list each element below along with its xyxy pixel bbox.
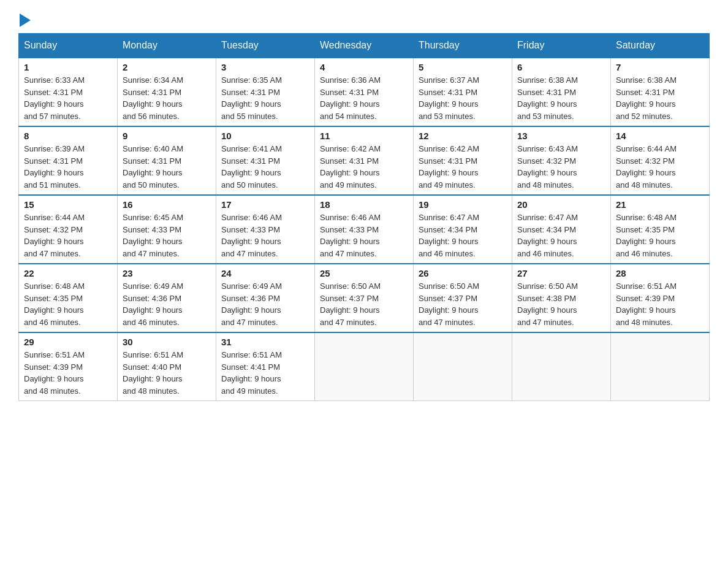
day-number: 15 [24,199,112,210]
calendar-cell: 12 Sunrise: 6:42 AM Sunset: 4:31 PM Dayl… [414,126,512,195]
day-info: Sunrise: 6:51 AM Sunset: 4:39 PM Dayligh… [24,349,112,397]
calendar-cell: 20 Sunrise: 6:47 AM Sunset: 4:34 PM Dayl… [512,195,611,264]
weekday-header-thursday: Thursday [414,34,512,58]
day-number: 29 [24,337,112,347]
calendar-cell: 28 Sunrise: 6:51 AM Sunset: 4:39 PM Dayl… [611,264,710,332]
day-number: 14 [616,131,704,141]
day-info: Sunrise: 6:49 AM Sunset: 4:36 PM Dayligh… [123,280,211,328]
week-row-5: 29 Sunrise: 6:51 AM Sunset: 4:39 PM Dayl… [19,332,710,401]
day-info: Sunrise: 6:49 AM Sunset: 4:36 PM Dayligh… [221,280,309,328]
day-info: Sunrise: 6:46 AM Sunset: 4:33 PM Dayligh… [221,212,309,259]
weekday-header-row: SundayMondayTuesdayWednesdayThursdayFrid… [19,34,710,58]
weekday-header-friday: Friday [512,34,611,58]
calendar-cell: 10 Sunrise: 6:41 AM Sunset: 4:31 PM Dayl… [216,126,315,195]
calendar-cell: 15 Sunrise: 6:44 AM Sunset: 4:32 PM Dayl… [19,195,118,264]
weekday-header-tuesday: Tuesday [216,34,315,58]
day-info: Sunrise: 6:50 AM Sunset: 4:37 PM Dayligh… [320,280,408,328]
logo [18,12,31,27]
day-number: 2 [123,62,211,72]
calendar-cell: 16 Sunrise: 6:45 AM Sunset: 4:33 PM Dayl… [118,195,216,264]
calendar-cell: 22 Sunrise: 6:48 AM Sunset: 4:35 PM Dayl… [19,264,118,332]
calendar-cell: 8 Sunrise: 6:39 AM Sunset: 4:31 PM Dayli… [19,126,118,195]
calendar-cell: 5 Sunrise: 6:37 AM Sunset: 4:31 PM Dayli… [414,58,512,126]
svg-marker-0 [20,13,31,27]
day-number: 27 [517,268,605,278]
day-info: Sunrise: 6:37 AM Sunset: 4:31 PM Dayligh… [419,74,507,122]
day-info: Sunrise: 6:50 AM Sunset: 4:38 PM Dayligh… [517,280,605,328]
calendar-cell: 26 Sunrise: 6:50 AM Sunset: 4:37 PM Dayl… [414,264,512,332]
calendar-cell: 31 Sunrise: 6:51 AM Sunset: 4:41 PM Dayl… [216,332,315,401]
day-number: 17 [221,199,309,210]
page-header [18,12,710,27]
calendar-cell: 14 Sunrise: 6:44 AM Sunset: 4:32 PM Dayl… [611,126,710,195]
day-info: Sunrise: 6:45 AM Sunset: 4:33 PM Dayligh… [123,212,211,259]
calendar-cell: 30 Sunrise: 6:51 AM Sunset: 4:40 PM Dayl… [118,332,216,401]
calendar-cell: 1 Sunrise: 6:33 AM Sunset: 4:31 PM Dayli… [19,58,118,126]
day-info: Sunrise: 6:38 AM Sunset: 4:31 PM Dayligh… [616,74,704,122]
calendar-cell: 17 Sunrise: 6:46 AM Sunset: 4:33 PM Dayl… [216,195,315,264]
day-number: 16 [123,199,211,210]
day-number: 24 [221,268,309,278]
calendar-cell [611,332,710,401]
day-number: 11 [320,131,408,141]
calendar-cell: 29 Sunrise: 6:51 AM Sunset: 4:39 PM Dayl… [19,332,118,401]
day-number: 18 [320,199,408,210]
day-info: Sunrise: 6:48 AM Sunset: 4:35 PM Dayligh… [24,280,112,328]
day-number: 5 [419,62,507,72]
calendar-cell: 2 Sunrise: 6:34 AM Sunset: 4:31 PM Dayli… [118,58,216,126]
day-number: 25 [320,268,408,278]
calendar-cell: 23 Sunrise: 6:49 AM Sunset: 4:36 PM Dayl… [118,264,216,332]
day-number: 22 [24,268,112,278]
day-info: Sunrise: 6:44 AM Sunset: 4:32 PM Dayligh… [616,143,704,191]
calendar-cell: 11 Sunrise: 6:42 AM Sunset: 4:31 PM Dayl… [315,126,414,195]
day-info: Sunrise: 6:51 AM Sunset: 4:39 PM Dayligh… [616,280,704,328]
day-number: 12 [419,131,507,141]
day-info: Sunrise: 6:44 AM Sunset: 4:32 PM Dayligh… [24,212,112,259]
calendar-cell: 7 Sunrise: 6:38 AM Sunset: 4:31 PM Dayli… [611,58,710,126]
calendar-cell [414,332,512,401]
calendar-cell: 25 Sunrise: 6:50 AM Sunset: 4:37 PM Dayl… [315,264,414,332]
logo-triangle-icon [20,13,31,27]
calendar-table: SundayMondayTuesdayWednesdayThursdayFrid… [18,33,710,401]
calendar-cell: 6 Sunrise: 6:38 AM Sunset: 4:31 PM Dayli… [512,58,611,126]
day-number: 7 [616,62,704,72]
day-number: 31 [221,337,309,347]
day-number: 6 [517,62,605,72]
day-info: Sunrise: 6:41 AM Sunset: 4:31 PM Dayligh… [221,143,309,191]
day-number: 9 [123,131,211,141]
calendar-cell: 27 Sunrise: 6:50 AM Sunset: 4:38 PM Dayl… [512,264,611,332]
day-number: 20 [517,199,605,210]
day-info: Sunrise: 6:50 AM Sunset: 4:37 PM Dayligh… [419,280,507,328]
calendar-cell: 13 Sunrise: 6:43 AM Sunset: 4:32 PM Dayl… [512,126,611,195]
day-number: 8 [24,131,112,141]
day-number: 21 [616,199,704,210]
day-number: 4 [320,62,408,72]
week-row-4: 22 Sunrise: 6:48 AM Sunset: 4:35 PM Dayl… [19,264,710,332]
day-info: Sunrise: 6:43 AM Sunset: 4:32 PM Dayligh… [517,143,605,191]
week-row-1: 1 Sunrise: 6:33 AM Sunset: 4:31 PM Dayli… [19,58,710,126]
day-info: Sunrise: 6:36 AM Sunset: 4:31 PM Dayligh… [320,74,408,122]
day-info: Sunrise: 6:35 AM Sunset: 4:31 PM Dayligh… [221,74,309,122]
calendar-cell: 24 Sunrise: 6:49 AM Sunset: 4:36 PM Dayl… [216,264,315,332]
day-number: 13 [517,131,605,141]
day-info: Sunrise: 6:34 AM Sunset: 4:31 PM Dayligh… [123,74,211,122]
day-number: 28 [616,268,704,278]
calendar-cell: 19 Sunrise: 6:47 AM Sunset: 4:34 PM Dayl… [414,195,512,264]
calendar-cell [512,332,611,401]
week-row-2: 8 Sunrise: 6:39 AM Sunset: 4:31 PM Dayli… [19,126,710,195]
day-number: 30 [123,337,211,347]
weekday-header-saturday: Saturday [611,34,710,58]
day-info: Sunrise: 6:46 AM Sunset: 4:33 PM Dayligh… [320,212,408,259]
day-number: 19 [419,199,507,210]
day-info: Sunrise: 6:51 AM Sunset: 4:40 PM Dayligh… [123,349,211,397]
day-number: 26 [419,268,507,278]
weekday-header-monday: Monday [118,34,216,58]
day-info: Sunrise: 6:42 AM Sunset: 4:31 PM Dayligh… [320,143,408,191]
day-info: Sunrise: 6:33 AM Sunset: 4:31 PM Dayligh… [24,74,112,122]
day-info: Sunrise: 6:42 AM Sunset: 4:31 PM Dayligh… [419,143,507,191]
day-info: Sunrise: 6:40 AM Sunset: 4:31 PM Dayligh… [123,143,211,191]
day-number: 3 [221,62,309,72]
calendar-cell [315,332,414,401]
day-info: Sunrise: 6:38 AM Sunset: 4:31 PM Dayligh… [517,74,605,122]
calendar-cell: 18 Sunrise: 6:46 AM Sunset: 4:33 PM Dayl… [315,195,414,264]
